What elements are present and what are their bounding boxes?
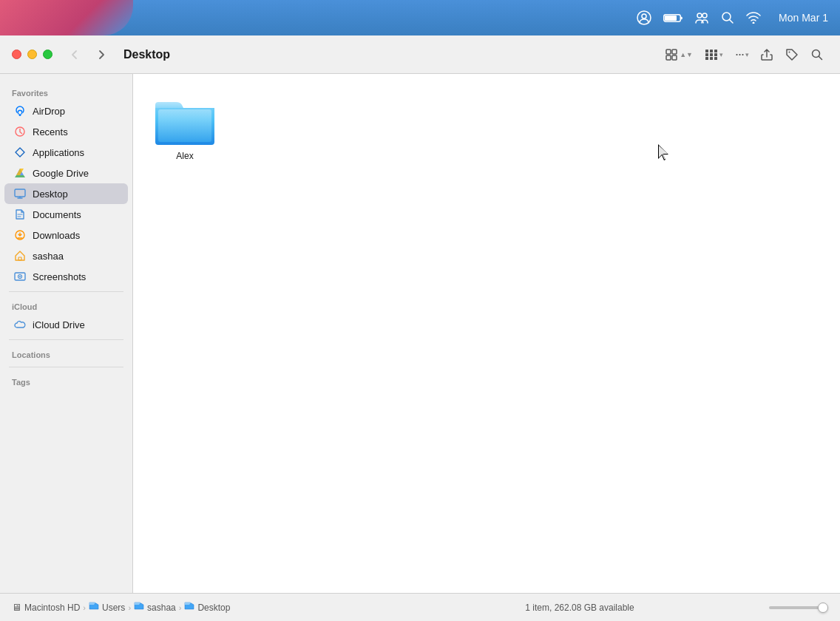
search-button[interactable]: [806, 44, 828, 65]
svg-point-30: [19, 276, 21, 277]
user-switch-icon[interactable]: [694, 10, 709, 25]
folder-desktop-icon: [184, 602, 194, 613]
sidebar-item-label: sashaa: [33, 251, 64, 262]
svg-rect-20: [714, 57, 717, 60]
sidebar-item-label: Google Drive: [33, 168, 89, 179]
sidebar-item-label: Downloads: [33, 230, 80, 241]
recents-icon: [13, 125, 27, 138]
slider-track[interactable]: [769, 606, 828, 609]
forward-button[interactable]: [91, 44, 112, 65]
icloud-drive-icon: [13, 318, 27, 331]
favorites-label: Favorites: [0, 83, 132, 101]
sidebar: Favorites AirDrop: [0, 74, 133, 593]
googledrive-icon: [13, 166, 27, 180]
icloud-label: iCloud: [0, 296, 132, 314]
status-info: 1 item, 262.08 GB available: [390, 603, 769, 613]
breadcrumb-sep-3: ›: [179, 603, 182, 612]
slider-thumb[interactable]: [818, 603, 828, 613]
airdrop-icon: [13, 104, 27, 118]
svg-rect-31: [158, 109, 211, 142]
close-button[interactable]: [12, 50, 21, 59]
sidebar-item-label: Recents: [33, 126, 68, 138]
sidebar-item-recents[interactable]: Recents: [4, 121, 128, 142]
battery-icon[interactable]: [663, 13, 682, 23]
svg-rect-3: [665, 16, 677, 21]
maximize-button[interactable]: [43, 50, 52, 59]
sidebar-item-label: Desktop: [33, 189, 68, 200]
svg-rect-14: [705, 57, 708, 60]
menubar-decoration: [0, 0, 133, 35]
downloads-icon: [13, 228, 27, 242]
folder-alex[interactable]: Alex: [148, 89, 222, 167]
svg-point-5: [702, 13, 707, 18]
group-view-button[interactable]: ▾: [700, 44, 728, 65]
screenshots-icon: [13, 270, 27, 283]
sidebar-item-applications[interactable]: Applications: [4, 142, 128, 163]
sidebar-item-label: AirDrop: [33, 106, 65, 117]
group-view-arrow: ▾: [719, 51, 723, 58]
wifi-icon[interactable]: [746, 12, 761, 24]
tag-button[interactable]: [781, 44, 803, 65]
breadcrumb-desktop[interactable]: Desktop: [184, 602, 230, 613]
breadcrumb-label: Macintosh HD: [24, 603, 80, 613]
menubar: Mon Mar 1: [0, 0, 840, 35]
finder-window: Desktop ▲▼: [0, 35, 840, 621]
svg-rect-17: [710, 57, 713, 60]
breadcrumb-sashaa[interactable]: sashaa: [134, 602, 176, 613]
sidebar-item-label: Documents: [33, 209, 81, 220]
toolbar: Desktop ▲▼: [0, 35, 840, 74]
breadcrumb: 🖥 Macintosh HD › Users ›: [12, 602, 390, 613]
sidebar-item-googledrive[interactable]: Google Drive: [4, 163, 128, 183]
window-title: Desktop: [123, 48, 654, 61]
folder-icon: [155, 95, 214, 146]
svg-point-7: [753, 22, 755, 24]
breadcrumb-label: Users: [102, 603, 125, 613]
view-sort-arrow: ▲▼: [680, 51, 693, 58]
svg-point-4: [697, 13, 702, 18]
applications-icon: [13, 146, 27, 159]
breadcrumb-sep-2: ›: [128, 603, 131, 612]
sidebar-divider-3: [9, 367, 123, 367]
sidebar-item-downloads[interactable]: Downloads: [4, 225, 128, 245]
svg-rect-8: [666, 50, 671, 54]
main-content: Favorites AirDrop: [0, 74, 840, 593]
menubar-time: Mon Mar 1: [779, 12, 828, 24]
breadcrumb-label: Desktop: [197, 603, 230, 613]
zoom-slider[interactable]: [769, 606, 828, 609]
sidebar-item-label: iCloud Drive: [33, 319, 85, 330]
icon-view-button[interactable]: ▲▼: [660, 44, 697, 65]
breadcrumb-users[interactable]: Users: [89, 602, 125, 613]
breadcrumb-macintosh-hd[interactable]: 🖥 Macintosh HD: [12, 602, 80, 613]
svg-rect-19: [714, 53, 717, 56]
svg-rect-16: [710, 53, 713, 56]
minimize-button[interactable]: [27, 50, 37, 59]
traffic-lights: [12, 50, 52, 59]
sidebar-item-screenshots[interactable]: Screenshots: [4, 266, 128, 287]
svg-rect-10: [666, 55, 671, 60]
home-icon: [13, 249, 27, 262]
sidebar-item-icloud-drive[interactable]: iCloud Drive: [4, 314, 128, 335]
desktop-icon: [13, 187, 27, 200]
svg-rect-12: [705, 50, 708, 52]
share-button[interactable]: [756, 44, 778, 65]
sidebar-divider-2: [9, 339, 123, 340]
spotlight-icon[interactable]: [721, 11, 734, 24]
sidebar-item-label: Applications: [33, 147, 84, 158]
svg-point-23: [19, 114, 21, 116]
svg-rect-25: [15, 189, 25, 197]
portrait-icon[interactable]: [637, 10, 651, 25]
svg-point-1: [642, 14, 646, 18]
svg-rect-15: [710, 50, 713, 52]
sidebar-item-airdrop[interactable]: AirDrop: [4, 101, 128, 121]
file-area: Alex: [133, 74, 840, 593]
sidebar-item-documents[interactable]: Documents: [4, 204, 128, 225]
breadcrumb-sep-1: ›: [83, 603, 86, 612]
folder-sashaa-icon: [134, 602, 144, 613]
back-button[interactable]: [64, 44, 85, 65]
toolbar-actions: ▲▼ ▾ ··· ▾: [660, 44, 828, 65]
more-options-button[interactable]: ··· ▾: [731, 44, 753, 65]
documents-icon: [13, 208, 27, 221]
sidebar-item-home[interactable]: sashaa: [4, 245, 128, 266]
hd-icon: 🖥: [12, 602, 21, 613]
sidebar-item-desktop[interactable]: Desktop: [4, 183, 128, 204]
